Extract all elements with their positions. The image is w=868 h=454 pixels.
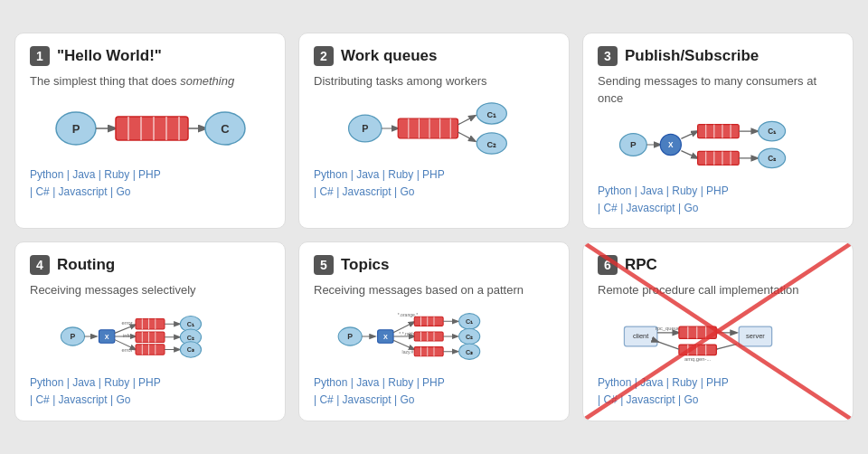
svg-rect-69 (136, 345, 165, 355)
card-number: 5 (314, 255, 334, 275)
svg-text:X: X (105, 333, 109, 341)
card-number: 1 (30, 46, 50, 66)
svg-text:server: server (746, 333, 765, 341)
svg-rect-15 (398, 118, 458, 138)
svg-text:P: P (347, 332, 353, 341)
svg-text:C₂: C₂ (187, 334, 194, 342)
svg-text:C₂: C₂ (768, 155, 777, 163)
card-description: Remote procedure call implementation (598, 282, 838, 298)
card-title: Topics (341, 256, 390, 274)
svg-text:P: P (72, 122, 80, 136)
svg-text:P: P (71, 332, 76, 341)
svg-text:C₁: C₁ (487, 109, 497, 118)
svg-rect-93 (414, 317, 443, 326)
svg-text:rpc_queue: rpc_queue (656, 326, 680, 331)
card-diagram: P C₁ C₂ (314, 101, 554, 156)
svg-rect-97 (414, 332, 443, 341)
card-description: Receiving messages selectively (30, 282, 270, 298)
svg-rect-101 (414, 347, 443, 356)
svg-rect-39 (698, 151, 740, 165)
svg-line-33 (681, 150, 697, 157)
card-diagram: P X C₁ C₂ (598, 118, 838, 172)
card-header: 4Routing (30, 255, 270, 275)
card-6: 6RPCRemote procedure call implementation… (582, 241, 854, 421)
svg-text:C₃: C₃ (187, 346, 194, 355)
svg-line-125 (716, 345, 736, 350)
card-1: 1"Hello World!"The simplest thing that d… (14, 33, 286, 229)
card-links[interactable]: Python | Java | Ruby | PHP| C# | Javascr… (314, 374, 554, 409)
svg-text:C₁: C₁ (187, 320, 194, 328)
svg-rect-61 (136, 319, 165, 330)
card-header: 2Work queues (314, 46, 554, 66)
card-3: 3Publish/SubscribeSending messages to ma… (582, 33, 854, 229)
card-diagram: P X *.orange.* *.*.rabbit lazy.# (314, 309, 554, 364)
svg-line-131 (658, 342, 679, 349)
card-links[interactable]: Python | Java | Ruby | PHP| C# | Javascr… (598, 183, 838, 217)
card-number: 3 (598, 46, 618, 66)
card-title: RPC (625, 256, 657, 274)
card-2: 2Work queuesDistributing tasks among wor… (298, 33, 570, 229)
svg-rect-3 (116, 117, 188, 140)
card-diagram: P C (30, 101, 270, 156)
svg-line-21 (458, 115, 476, 124)
svg-text:X: X (668, 141, 674, 149)
card-header: 6RPC (598, 255, 838, 275)
card-links[interactable]: Python | Java | Ruby | PHP| C# | Javascr… (598, 374, 838, 409)
svg-line-32 (681, 131, 697, 138)
card-title: Publish/Subscribe (625, 47, 759, 65)
card-number: 6 (598, 255, 618, 275)
card-description: Distributing tasks among workers (314, 73, 554, 90)
card-description: Sending messages to many consumers at on… (598, 73, 838, 106)
svg-text:C₁: C₁ (466, 318, 473, 326)
card-header: 5Topics (314, 255, 554, 275)
card-links[interactable]: Python | Java | Ruby | PHP| C# | Javascr… (314, 166, 554, 201)
svg-rect-118 (679, 327, 716, 339)
svg-text:C: C (221, 122, 230, 136)
card-diagram: P X error info error (30, 309, 270, 364)
svg-text:info: info (123, 334, 131, 339)
svg-line-58 (115, 325, 136, 333)
svg-rect-34 (698, 124, 740, 137)
svg-text:error: error (122, 320, 133, 326)
svg-text:C₂: C₂ (487, 139, 497, 148)
card-5: 5TopicsReceiving messages based on a pat… (298, 241, 570, 421)
card-title: Routing (57, 256, 115, 274)
svg-rect-126 (679, 345, 716, 355)
svg-text:X: X (383, 333, 388, 341)
svg-text:amq.gen-...: amq.gen-... (684, 357, 712, 363)
svg-text:C₁: C₁ (768, 128, 777, 136)
svg-text:C₂: C₂ (466, 333, 473, 341)
svg-text:P: P (630, 139, 637, 149)
card-links[interactable]: Python | Java | Ruby | PHP| C# | Javascr… (30, 166, 270, 201)
svg-line-22 (458, 132, 476, 141)
card-header: 1"Hello World!" (30, 46, 270, 66)
card-description: Receiving messages based on a pattern (314, 282, 554, 298)
svg-text:lazy.#: lazy.# (402, 349, 414, 355)
card-diagram: client rpc_queue server amq.gen-... (598, 309, 838, 364)
svg-text:P: P (362, 123, 368, 134)
svg-text:client: client (633, 333, 649, 341)
svg-text:error: error (122, 348, 133, 354)
card-title: Work queues (341, 47, 437, 65)
card-number: 2 (314, 46, 334, 66)
svg-rect-65 (136, 332, 165, 343)
tutorial-grid: 1"Hello World!"The simplest thing that d… (14, 33, 854, 421)
card-header: 3Publish/Subscribe (598, 46, 838, 66)
card-description: The simplest thing that does something (30, 73, 270, 90)
svg-text:C₃: C₃ (466, 348, 473, 356)
card-title: "Hello World!" (57, 47, 162, 65)
svg-line-92 (393, 341, 414, 350)
card-links[interactable]: Python | Java | Ruby | PHP| C# | Javascr… (30, 374, 270, 409)
card-4: 4RoutingReceiving messages selectively P… (14, 241, 286, 421)
card-number: 4 (30, 255, 50, 275)
